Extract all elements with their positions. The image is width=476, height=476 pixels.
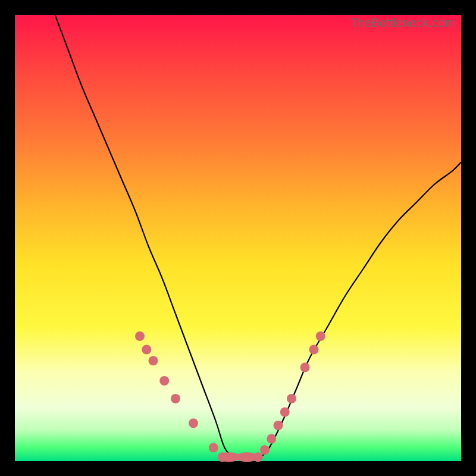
data-marker: [253, 452, 263, 462]
data-marker: [309, 345, 319, 355]
data-markers: [135, 331, 325, 462]
chart-svg: [15, 15, 461, 461]
data-marker: [280, 408, 290, 417]
data-marker: [149, 356, 158, 365]
data-marker: [260, 445, 270, 455]
chart-plot-area: TheBottleneck.com: [15, 15, 461, 461]
data-marker: [287, 394, 296, 403]
data-marker: [300, 363, 310, 372]
data-marker: [209, 443, 218, 453]
data-marker: [159, 376, 169, 386]
data-marker: [142, 345, 151, 355]
data-marker: [135, 331, 145, 341]
data-marker: [171, 394, 180, 403]
right-curve: [261, 162, 462, 458]
data-marker: [189, 418, 198, 428]
data-marker: [274, 421, 283, 430]
data-marker: [316, 331, 325, 341]
left-curve: [55, 15, 234, 458]
data-marker: [267, 434, 276, 444]
